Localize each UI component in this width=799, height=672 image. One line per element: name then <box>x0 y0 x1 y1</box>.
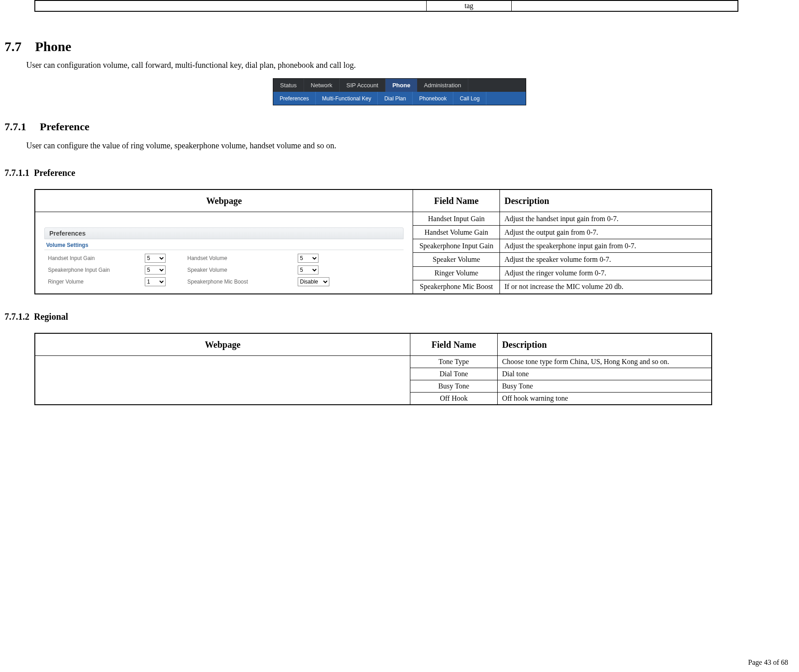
sub-tabs-row: Preferences Multi-Functional Key Dial Pl… <box>273 92 526 105</box>
pref-header-fieldname: Field Name <box>413 189 500 212</box>
regional-row-desc: Choose tone type form China, US, Hong Ko… <box>497 356 712 368</box>
tab-filler <box>468 79 526 92</box>
section-7-7-heading: 7.7 Phone <box>5 39 794 54</box>
pref-row-field: Speaker Volume <box>413 253 500 266</box>
select-ringer-volume[interactable]: 1 <box>145 277 166 286</box>
label-ringer-volume: Ringer Volume <box>48 279 143 285</box>
pref-header-description: Description <box>500 189 712 212</box>
subtab-call-log[interactable]: Call Log <box>453 92 486 105</box>
subtab-preferences[interactable]: Preferences <box>273 92 316 105</box>
pref-row-desc: Adjust the handset input gain from 0-7. <box>500 212 712 226</box>
regional-webpage-cell <box>35 356 410 405</box>
label-speakerphone-mic-boost: Speakerphone Mic Boost <box>187 279 296 285</box>
pref-row-desc: Adjust the output gain from 0-7. <box>500 226 712 239</box>
volume-settings-grid: Handset Input Gain 5 Handset Volume 5 Sp… <box>44 253 404 287</box>
section-number: 7.7 <box>5 39 22 54</box>
pref-row-desc: Adjust the speakerphone input gain from … <box>500 239 712 253</box>
top-cell-empty <box>35 0 427 11</box>
label-speaker-volume: Speaker Volume <box>187 267 296 273</box>
volume-settings-title: Volume Settings <box>44 239 404 250</box>
select-speaker-volume[interactable]: 5 <box>298 265 319 274</box>
regional-row-desc: Busy Tone <box>497 380 712 393</box>
subsubsection-title: Preference <box>34 168 75 178</box>
section-7-7-intro: User can configuration volume, call forw… <box>26 61 794 70</box>
regional-row-field: Busy Tone <box>410 380 497 393</box>
subsubsection-number: 7.7.1.1 <box>5 168 29 178</box>
regional-row-field: Dial Tone <box>410 368 497 380</box>
preferences-webui: Preferences Volume Settings Handset Inpu… <box>40 214 408 292</box>
tab-phone[interactable]: Phone <box>385 79 417 92</box>
select-speakerphone-mic-boost[interactable]: Disable <box>298 277 329 286</box>
section-7-7-1-1-heading: 7.7.1.1 Preference <box>5 168 794 178</box>
pref-row-field: Handset Input Gain <box>413 212 500 226</box>
tab-network[interactable]: Network <box>304 79 340 92</box>
regional-row-desc: Dial tone <box>497 368 712 380</box>
top-fragment-table: tag <box>34 0 738 12</box>
subtab-multi-functional-key[interactable]: Multi-Functional Key <box>316 92 378 105</box>
label-speakerphone-input-gain: Speakerphone Input Gain <box>48 267 143 273</box>
subsubsection-number: 7.7.1.2 <box>5 312 29 322</box>
subsection-number: 7.7.1 <box>5 121 26 133</box>
pref-webpage-cell: Preferences Volume Settings Handset Inpu… <box>35 212 413 294</box>
select-speakerphone-input-gain[interactable]: 5 <box>145 265 166 274</box>
section-7-7-1-2-heading: 7.7.1.2 Regional <box>5 312 794 322</box>
tab-status[interactable]: Status <box>273 79 304 92</box>
section-7-7-1-intro: User can configure the value of ring vol… <box>26 141 794 151</box>
subtab-phonebook[interactable]: Phonebook <box>413 92 453 105</box>
label-handset-input-gain: Handset Input Gain <box>48 255 143 261</box>
subsection-title: Preference <box>40 121 90 133</box>
top-tabs-row: Status Network SIP Account Phone Adminis… <box>273 79 526 92</box>
pref-header-webpage: Webpage <box>35 189 413 212</box>
regional-header-webpage: Webpage <box>35 333 410 356</box>
pref-row-desc: Adjust the speaker volume form 0-7. <box>500 253 712 266</box>
section-7-7-1-heading: 7.7.1 Preference <box>5 121 794 133</box>
top-cell-tag: tag <box>427 0 512 11</box>
pref-row-field: Speakerphone Mic Boost <box>413 280 500 294</box>
page-footer: Page 43 of 68 <box>748 658 788 667</box>
pref-row-desc: Adjust the ringer volume form 0-7. <box>500 266 712 280</box>
tab-sip-account[interactable]: SIP Account <box>340 79 386 92</box>
pref-row-desc: If or not increase the MIC volume 20 db. <box>500 280 712 294</box>
regional-row-desc: Off hook warning tone <box>497 393 712 405</box>
tab-administration[interactable]: Administration <box>417 79 468 92</box>
label-handset-volume: Handset Volume <box>187 255 296 261</box>
top-cell-empty2 <box>512 0 738 11</box>
select-handset-volume[interactable]: 5 <box>298 254 319 263</box>
regional-table: Webpage Field Name Description Tone Type… <box>34 333 712 405</box>
pref-row-field: Speakerphone Input Gain <box>413 239 500 253</box>
pref-row-field: Ringer Volume <box>413 266 500 280</box>
subtab-dial-plan[interactable]: Dial Plan <box>378 92 413 105</box>
regional-row-field: Tone Type <box>410 356 497 368</box>
preference-table: Webpage Field Name Description Preferenc… <box>34 189 712 294</box>
regional-row-field: Off Hook <box>410 393 497 405</box>
regional-header-description: Description <box>497 333 712 356</box>
panel-title: Preferences <box>44 227 404 239</box>
section-title: Phone <box>35 39 71 54</box>
pref-row-field: Handset Volume Gain <box>413 226 500 239</box>
phone-tabs-screenshot: Status Network SIP Account Phone Adminis… <box>273 78 526 105</box>
select-handset-input-gain[interactable]: 5 <box>145 254 166 263</box>
regional-header-fieldname: Field Name <box>410 333 497 356</box>
subsubsection-title: Regional <box>34 312 68 322</box>
